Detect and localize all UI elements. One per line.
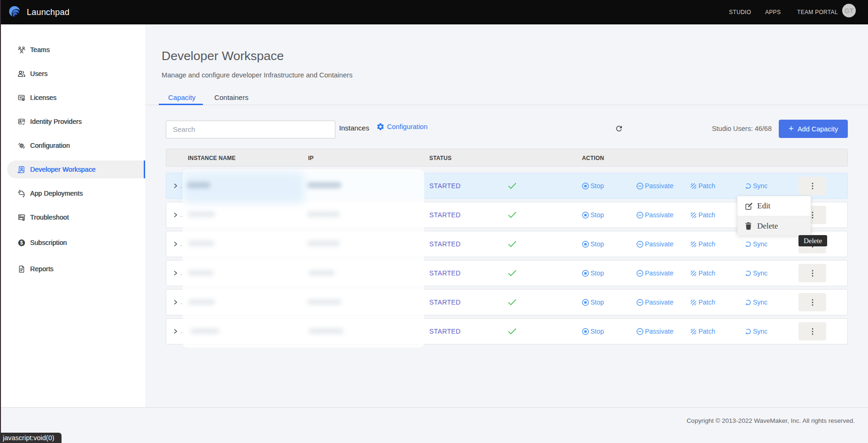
svg-text:$: $ — [20, 240, 23, 245]
